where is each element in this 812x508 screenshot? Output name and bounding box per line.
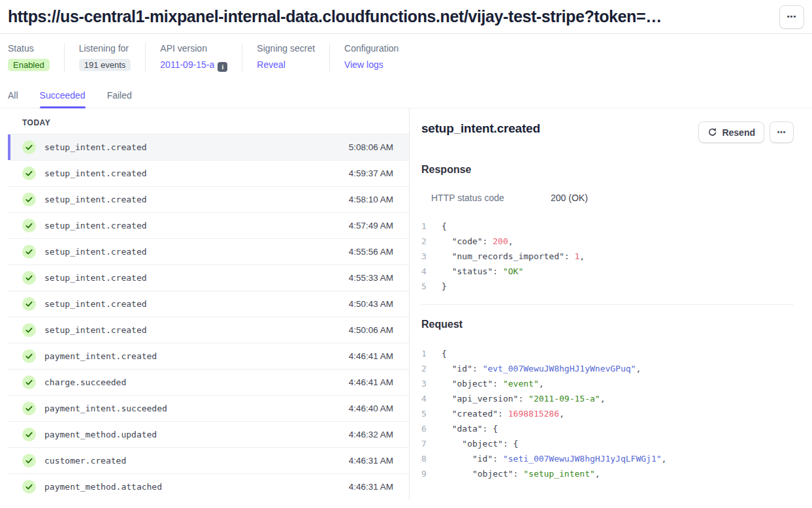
reveal-link[interactable]: Reveal [257, 59, 285, 70]
divider [145, 43, 146, 72]
status-label: Status [8, 43, 50, 54]
event-list-item[interactable]: setup_intent.created 4:55:56 AM [8, 239, 409, 265]
event-list-item[interactable]: payment_method.updated 4:46:32 AM [8, 422, 409, 448]
info-icon: i [218, 62, 227, 72]
event-time: 4:58:10 AM [349, 195, 393, 204]
event-detail-panel: setup_intent.created Resend ••• Response… [410, 108, 812, 500]
event-list-item[interactable]: charge.succeeded 4:46:41 AM [8, 370, 409, 396]
divider [242, 43, 242, 72]
page-title: https://us-central1-mixpanel-internal-da… [8, 7, 662, 26]
event-time: 4:50:06 AM [349, 325, 393, 335]
event-list-item[interactable]: setup_intent.created 4:59:37 AM [8, 161, 409, 187]
event-time: 4:46:40 AM [349, 404, 393, 413]
event-name: charge.succeeded [44, 377, 349, 387]
event-name: setup_intent.created [44, 247, 349, 257]
event-list-item[interactable]: setup_intent.created 4:50:06 AM [8, 317, 409, 343]
event-time: 4:55:33 AM [349, 273, 393, 283]
code-line: 7 "object": { [421, 436, 794, 451]
success-check-icon [22, 480, 36, 494]
code-line: 4 "status": "OK" [421, 264, 794, 279]
success-check-icon [22, 219, 36, 232]
status-badge: Enabled [8, 59, 50, 71]
response-heading: Response [421, 164, 794, 176]
event-name: setup_intent.created [44, 168, 349, 178]
event-time: 4:57:49 AM [349, 221, 393, 230]
event-name: setup_intent.created [44, 195, 349, 204]
tab-succeeded[interactable]: Succeeded [40, 86, 86, 108]
divider [329, 43, 330, 72]
event-list-item[interactable]: payment_method.attached 4:46:31 AM [8, 474, 409, 500]
success-check-icon [22, 375, 36, 389]
success-check-icon [22, 297, 36, 311]
event-list-rows: setup_intent.created 5:08:06 AM setup_in… [8, 135, 409, 500]
event-name: setup_intent.created [44, 299, 349, 309]
event-detail-title: setup_intent.created [421, 121, 540, 136]
meta-status: Status Enabled [8, 43, 64, 71]
success-check-icon [22, 402, 36, 415]
request-heading: Request [421, 319, 794, 330]
success-check-icon [22, 428, 36, 441]
tab-all[interactable]: All [8, 86, 18, 108]
detail-overflow-button[interactable]: ••• [770, 121, 794, 143]
event-name: customer.created [44, 456, 349, 466]
endpoint-header: https://us-central1-mixpanel-internal-da… [0, 0, 812, 34]
event-time: 5:08:06 AM [349, 142, 393, 152]
meta-api-version: API version 2011-09-15-ai [160, 43, 242, 72]
http-status-row: HTTP status code 200 (OK) [421, 193, 794, 203]
event-time: 4:59:37 AM [349, 168, 393, 178]
section-divider [421, 304, 794, 305]
api-version-link[interactable]: 2011-09-15-a [160, 59, 214, 70]
event-list-item[interactable]: payment_intent.created 4:46:41 AM [8, 343, 409, 370]
event-name: setup_intent.created [44, 325, 349, 335]
events-count-badge: 191 events [79, 59, 131, 71]
event-list-item[interactable]: setup_intent.created 5:08:06 AM [8, 135, 409, 161]
event-name: setup_intent.created [44, 273, 349, 283]
event-list-item[interactable]: setup_intent.created 4:50:43 AM [8, 291, 409, 317]
event-list-item[interactable]: customer.created 4:46:31 AM [8, 448, 409, 474]
event-name: payment_method.attached [44, 482, 349, 492]
api-version-label: API version [160, 43, 227, 54]
code-line: 2 "code": 200, [421, 234, 794, 249]
code-line: 9 "object": "setup_intent", [421, 466, 794, 481]
event-list-item[interactable]: setup_intent.created 4:58:10 AM [8, 187, 409, 213]
view-logs-link[interactable]: View logs [344, 59, 383, 70]
event-name: payment_intent.created [44, 351, 349, 361]
success-check-icon [22, 193, 36, 206]
ellipsis-icon: ••• [787, 13, 797, 20]
http-status-value: 200 (OK) [551, 193, 588, 203]
code-line: 1{ [421, 346, 794, 361]
event-name: payment_intent.succeeded [44, 404, 349, 413]
event-list-item[interactable]: payment_intent.succeeded 4:46:40 AM [8, 396, 409, 422]
event-list-item[interactable]: setup_intent.created 4:57:49 AM [8, 213, 409, 239]
content-split: TODAY setup_intent.created 5:08:06 AM se… [0, 108, 812, 500]
http-status-label: HTTP status code [431, 193, 551, 203]
event-time: 4:46:32 AM [349, 430, 393, 439]
code-line: 3 "num_records_imported": 1, [421, 249, 794, 264]
event-detail-header: setup_intent.created Resend ••• [421, 121, 794, 143]
event-filter-tabs: All Succeeded Failed [0, 86, 812, 108]
success-check-icon [22, 245, 36, 259]
refresh-icon [707, 127, 717, 137]
listening-for-label: Listening for [79, 43, 131, 54]
header-overflow-button[interactable]: ••• [779, 5, 804, 29]
meta-listening-for: Listening for 191 events [79, 43, 146, 71]
detail-actions: Resend ••• [698, 121, 794, 143]
event-list-item[interactable]: setup_intent.created 4:55:33 AM [8, 265, 409, 291]
endpoint-meta: Status Enabled Listening for 191 events … [0, 34, 812, 72]
code-line: 5} [421, 279, 794, 294]
resend-button[interactable]: Resend [698, 121, 764, 143]
meta-signing-secret: Signing secret Reveal [257, 43, 329, 71]
success-check-icon [22, 140, 36, 154]
event-time: 4:46:41 AM [349, 377, 393, 387]
code-line: 4 "api_version": "2011-09-15-a", [421, 391, 794, 406]
success-check-icon [22, 349, 36, 363]
code-line: 2 "id": "evt_007WewuJW8hgHJ1yWnevGPuq", [421, 361, 794, 376]
success-check-icon [22, 167, 36, 180]
code-line: 6 "data": { [421, 421, 794, 436]
tab-failed[interactable]: Failed [107, 86, 132, 108]
code-line: 8 "id": "seti_007WewuJW8hgHJ1yJqLFWGj1", [421, 451, 794, 466]
ellipsis-icon: ••• [777, 129, 787, 136]
event-list-panel: TODAY setup_intent.created 5:08:06 AM se… [0, 108, 410, 500]
event-name: payment_method.updated [44, 430, 349, 439]
configuration-label: Configuration [344, 43, 398, 54]
